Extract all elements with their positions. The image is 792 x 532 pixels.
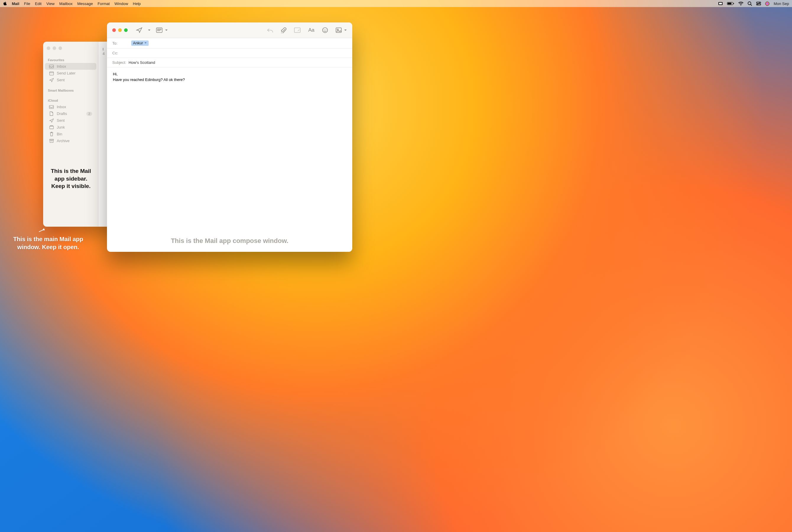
sidebar-item-bin[interactable]: Bin [45,131,96,137]
photo-button[interactable] [336,27,347,33]
menu-format[interactable]: Format [98,1,110,6]
subject-label: Subject: [112,60,126,65]
sidebar-item-icloud-inbox[interactable]: Inbox [45,103,96,110]
sidebar-item-label: Drafts [57,111,67,116]
menubar: Mail File Edit View Mailbox Message Form… [0,0,393,7]
compose-body[interactable]: Hi, Have you reached Edinburg? All ok th… [107,68,352,87]
sidebar-item-sendlater[interactable]: Send Later [45,70,96,77]
send-options-dropdown[interactable] [148,29,151,31]
svg-point-29 [323,28,328,33]
markup-icon[interactable] [294,27,301,33]
zoom-icon[interactable] [124,28,128,32]
menu-mailbox[interactable]: Mailbox [59,1,73,6]
sidebar-header-favourites: Favourites [43,56,98,63]
send-button[interactable] [136,27,142,33]
chevron-down-icon[interactable] [144,42,147,44]
document-icon [49,111,54,116]
annotation-compose: This is the Mail app compose window. [107,237,352,245]
to-field-row[interactable]: To: Ankur [107,38,352,49]
mail-sidebar: Favourites Inbox Send Later Sent Smart M… [43,55,98,227]
cc-field-row[interactable]: Cc: [107,49,352,58]
sidebar-item-icloud-sent[interactable]: Sent [45,117,96,124]
sidebar-item-label: Bin [57,132,62,136]
emoji-button[interactable] [322,27,328,33]
subject-field-row[interactable]: Subject: How's Scottand [107,58,352,68]
menu-window[interactable]: Window [114,1,128,6]
sidebar-item-sent[interactable]: Sent [45,77,96,83]
menu-view[interactable]: View [46,1,55,6]
menu-help[interactable]: Help [133,1,141,6]
compose-toolbar: Aa [107,22,352,38]
minimize-dim-icon[interactable] [53,46,56,50]
trash-icon [49,132,54,136]
paperplane-icon [49,118,54,123]
sidebar-item-drafts[interactable]: Drafts 2 [45,110,96,117]
sidebar-item-junk[interactable]: Junk [45,124,96,131]
svg-rect-27 [294,28,300,33]
sidebar-header-icloud: iCloud [43,97,98,103]
sidebar-item-label: Junk [57,125,65,130]
subject-value[interactable]: How's Scottand [129,60,155,65]
close-icon[interactable] [112,28,116,32]
minimize-icon[interactable] [118,28,122,32]
calendar-clock-icon [49,71,54,75]
svg-point-31 [326,29,326,30]
recipient-chip[interactable]: Ankur [131,40,149,46]
sidebar-item-label: Inbox [57,104,66,109]
sidebar-item-label: Inbox [57,64,66,69]
menu-message[interactable]: Message [77,1,93,6]
window-controls-inactive[interactable] [47,46,62,50]
apple-menu[interactable] [3,1,7,6]
cc-label: Cc: [112,51,129,55]
svg-rect-23 [156,28,162,33]
sidebar-item-label: Sent [57,78,65,82]
to-label: To: [112,41,129,45]
svg-rect-15 [50,72,54,75]
svg-rect-20 [50,140,53,142]
compose-fields: To: Ankur Cc: Subject: How's Scottand [107,38,352,68]
drafts-count-badge: 2 [86,112,92,116]
sidebar-item-archive[interactable]: Archive [45,137,96,144]
sidebar-header-smart: Smart Mailboxes [43,87,98,93]
inbox-icon [49,105,54,109]
reply-icon[interactable] [267,27,273,33]
window-controls[interactable] [112,28,128,32]
format-button[interactable]: Aa [308,27,314,33]
svg-point-30 [324,29,325,30]
zoom-dim-icon[interactable] [59,46,62,50]
recipient-name: Ankur [133,41,143,45]
app-name-menu[interactable]: Mail [12,1,19,6]
annotation-sidebar: This is the Mail app sidebar. Keep it vi… [47,167,95,190]
sidebar-item-label: Send Later [57,71,76,75]
svg-rect-18 [50,126,54,129]
attach-button[interactable] [281,27,286,33]
compose-window: Aa To: Ankur Cc: Subject: How's Scottand… [107,22,352,252]
archive-icon [49,139,54,143]
sidebar-item-label: Archive [57,139,70,143]
menu-edit[interactable]: Edit [35,1,41,6]
menu-file[interactable]: File [24,1,30,6]
header-fields-dropdown[interactable] [156,27,168,33]
close-dim-icon[interactable] [47,46,50,50]
annotation-main-window: This is the main Mail app window. Keep i… [8,235,88,251]
svg-marker-22 [42,228,45,231]
inbox-icon [49,65,54,68]
junk-icon [49,125,54,129]
svg-point-33 [337,29,339,30]
sidebar-item-inbox[interactable]: Inbox [45,63,96,70]
sidebar-item-label: Sent [57,118,65,123]
paperplane-icon [49,78,54,82]
